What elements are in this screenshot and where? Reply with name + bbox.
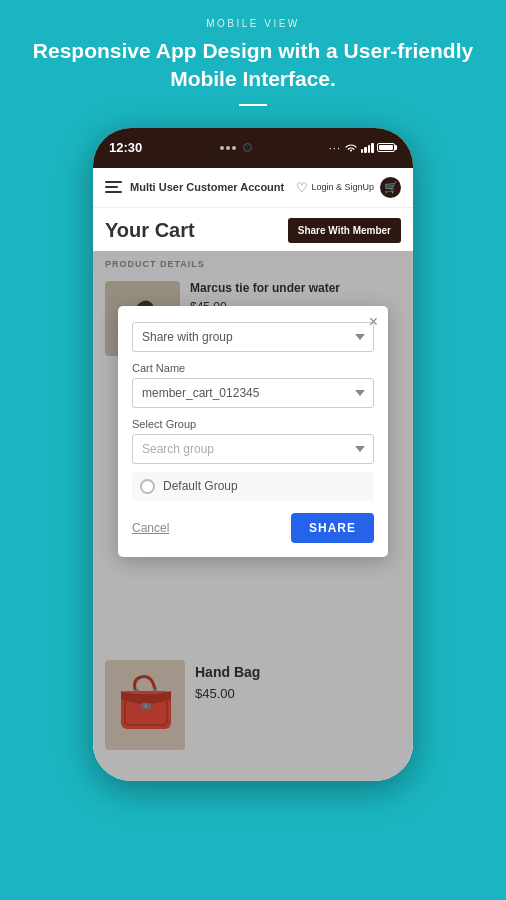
notch-dot1 [220,146,224,150]
default-group-row[interactable]: Default Group [132,472,374,501]
cart-title: Your Cart [105,219,195,242]
cart-name-select[interactable]: member_cart_012345 [132,378,374,408]
radio-button[interactable] [140,479,155,494]
status-dots: ··· [329,142,341,154]
modal-actions: Cancel SHARE [132,513,374,543]
share-button[interactable]: SHARE [291,513,374,543]
page-background: MOBILE VIEW Responsive App Design with a… [0,0,506,900]
cart-header-row: Your Cart Share With Member [93,208,413,251]
title-divider [239,104,267,106]
notch-dots [220,146,236,150]
cancel-button[interactable]: Cancel [132,521,169,535]
camera [243,143,252,152]
battery-icon [377,143,397,152]
status-bar: 12:30 ··· [93,128,413,168]
modal-box: × Share with group Cart Name member_cart… [118,306,388,557]
cart-name-label: Cart Name [132,362,374,374]
phone-screen: PRODUCT DETAILS Marcus tie for under wat… [93,251,413,781]
nav-left: Multi User Customer Account [105,181,284,193]
status-icons: ··· [329,142,397,154]
app-logo-text: Multi User Customer Account [130,181,284,193]
login-text: Login & SignUp [311,182,374,192]
notch-dot2 [226,146,230,150]
mobile-view-label: MOBILE VIEW [30,18,476,29]
wifi-icon [344,143,358,153]
status-time: 12:30 [109,140,142,155]
share-with-group-select[interactable]: Share with group [132,322,374,352]
modal-overlay: × Share with group Cart Name member_cart… [93,251,413,781]
signal-bars [361,142,374,153]
login-area[interactable]: ♡ Login & SignUp [296,180,374,195]
page-header: MOBILE VIEW Responsive App Design with a… [0,0,506,124]
select-group-label: Select Group [132,418,374,430]
cart-icon: 🛒 [384,181,398,194]
cart-icon-button[interactable]: 🛒 [380,177,401,198]
phone-frame: 12:30 ··· [93,128,413,781]
heart-icon: ♡ [296,180,308,195]
default-group-label: Default Group [163,479,238,493]
page-title: Responsive App Design with a User-friend… [30,37,476,94]
app-navbar: Multi User Customer Account ♡ Login & Si… [93,168,413,208]
hamburger-icon[interactable] [105,181,122,193]
select-group-field: Select Group Search group [132,418,374,464]
notch-area [220,143,252,152]
notch-dot3 [232,146,236,150]
search-group-select[interactable]: Search group [132,434,374,464]
share-with-member-button[interactable]: Share With Member [288,218,401,243]
share-with-group-field: Share with group [132,322,374,352]
modal-close-button[interactable]: × [369,314,378,330]
cart-name-field: Cart Name member_cart_012345 [132,362,374,408]
nav-right: ♡ Login & SignUp 🛒 [296,177,401,198]
